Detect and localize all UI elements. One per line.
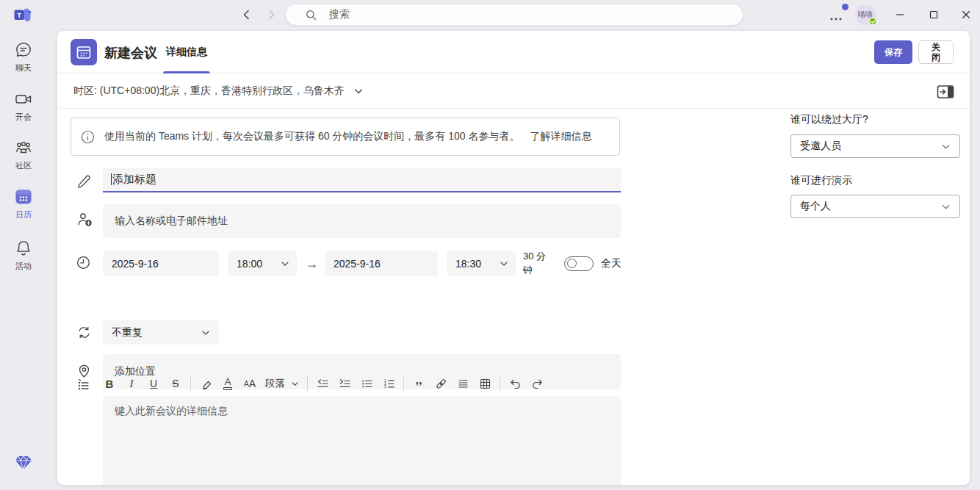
title-input[interactable]: 添加标题: [103, 167, 621, 192]
attendees-placeholder: 输入名称或电子邮件地址: [115, 215, 228, 228]
all-day-toggle[interactable]: [564, 256, 594, 271]
window-minimize-button[interactable]: [884, 0, 915, 29]
strikethrough-button[interactable]: S: [165, 373, 187, 394]
save-button[interactable]: 保存: [874, 40, 912, 64]
tab-details[interactable]: 详细信息: [163, 31, 210, 73]
search-placeholder: 搜索: [329, 8, 350, 21]
start-date-input[interactable]: 2025-9-16: [103, 251, 219, 276]
all-day-label: 全天: [601, 251, 621, 276]
attendees-input[interactable]: 输入名称或电子邮件地址: [103, 204, 621, 238]
chevron-down-icon: [281, 259, 289, 268]
search-input[interactable]: 搜索: [285, 4, 743, 26]
font-size-big-glyph: A: [249, 378, 256, 389]
lobby-bypass-select[interactable]: 受邀人员: [790, 134, 960, 158]
pencil-icon: [76, 174, 92, 190]
end-time-select[interactable]: 18:30: [447, 251, 516, 276]
info-banner-text: 使用当前的 Teams 计划，每次会议最多可获得 60 分钟的会议时间，最多有 …: [104, 130, 520, 143]
dialog-header: 新建会议 详细信息 保存 关闭: [57, 31, 970, 73]
sidebar-label: 社区: [15, 160, 32, 171]
timezone-label: 时区: (UTC+08:00)北京，重庆，香港特别行政区，乌鲁木齐: [73, 84, 345, 98]
paragraph-label: 段落: [265, 377, 285, 390]
toolbar-divider: [500, 376, 500, 391]
sidebar-item-chat[interactable]: 聊天: [0, 40, 47, 73]
window-maximize-button[interactable]: [918, 0, 949, 29]
toolbar-divider: [403, 376, 404, 391]
end-date-input[interactable]: 2025-9-16: [325, 251, 438, 276]
learn-more-link[interactable]: 了解详细信息: [530, 130, 592, 143]
chevron-down-icon: [941, 142, 951, 151]
font-color-button[interactable]: A: [217, 373, 239, 394]
horizontal-lines-button[interactable]: [452, 373, 474, 394]
insert-link-button[interactable]: [430, 373, 452, 394]
end-time-value: 18:30: [455, 258, 481, 270]
sidebar-item-meet[interactable]: 开会: [0, 90, 47, 123]
chevron-down-icon: [201, 328, 210, 337]
paragraph-style-select[interactable]: 段落: [261, 373, 303, 394]
insert-table-button[interactable]: [474, 373, 496, 394]
text-caret: [111, 173, 112, 185]
close-button[interactable]: 关闭: [918, 40, 954, 64]
highlight-button[interactable]: [195, 373, 217, 394]
svg-text:3: 3: [384, 385, 386, 389]
sidebar-item-calendar[interactable]: 日历: [0, 187, 47, 220]
description-input[interactable]: 键入此新会议的详细信息: [103, 396, 621, 485]
premium-gem-icon[interactable]: [0, 455, 47, 470]
numbered-list-button[interactable]: 1 2 3: [378, 373, 400, 394]
window-close-button[interactable]: [951, 0, 980, 29]
collapse-panel-button[interactable]: [934, 82, 956, 101]
svg-text:T: T: [17, 11, 21, 19]
indent-button[interactable]: [334, 373, 356, 394]
info-banner: 使用当前的 Teams 计划，每次会议最多可获得 60 分钟的会议时间，最多有 …: [71, 118, 620, 156]
chevron-down-icon: [291, 380, 299, 388]
underline-button[interactable]: U: [143, 373, 165, 394]
duration-label: 30 分钟: [523, 250, 552, 278]
description-placeholder: 键入此新会议的详细信息: [115, 405, 228, 417]
titlebar: T 搜索 喵喵: [0, 0, 980, 29]
toolbar-divider: [307, 376, 308, 391]
italic-button[interactable]: I: [120, 373, 143, 394]
people-community-icon: [14, 138, 33, 157]
repeat-select[interactable]: 不重复: [103, 320, 219, 345]
presenter-value: 每个人: [800, 200, 831, 213]
chat-icon: [14, 40, 33, 60]
teams-logo-icon: T: [13, 6, 32, 24]
bullet-list-button[interactable]: [356, 373, 378, 394]
toggle-knob: [567, 259, 577, 268]
toolbar-divider: [190, 376, 191, 391]
presenter-select[interactable]: 每个人: [790, 195, 960, 218]
page-title: 新建会议: [104, 44, 157, 62]
start-time-select[interactable]: 18:00: [228, 251, 297, 276]
timezone-row[interactable]: 时区: (UTC+08:00)北京，重庆，香港特别行政区，乌鲁木齐: [57, 73, 970, 109]
sidebar-label: 日历: [15, 209, 32, 220]
forward-button[interactable]: [263, 7, 279, 23]
sidebar-item-activity[interactable]: 活动: [0, 239, 47, 272]
repeat-icon: [76, 325, 92, 340]
formatting-toolbar: B I U S A AA 段落 1: [98, 371, 548, 396]
agenda-icon: [76, 376, 91, 391]
font-size-small-glyph: A: [244, 380, 249, 388]
lobby-bypass-label: 谁可以绕过大厅?: [790, 113, 868, 126]
chevron-down-icon: [500, 259, 508, 268]
notification-dot: [842, 4, 849, 10]
clock-icon: [76, 256, 90, 270]
quote-button[interactable]: ”: [408, 373, 430, 394]
back-button[interactable]: [239, 7, 255, 23]
start-time-value: 18:00: [237, 258, 262, 270]
sidebar-label: 聊天: [15, 62, 32, 73]
redo-button[interactable]: [526, 373, 548, 394]
outdent-button[interactable]: [311, 373, 334, 394]
font-color-bar: [223, 387, 232, 390]
tab-details-label: 详细信息: [166, 46, 207, 59]
chevron-down-icon: [941, 202, 951, 212]
font-color-glyph: A: [225, 377, 231, 386]
bell-icon: [14, 239, 33, 258]
font-size-button[interactable]: AA: [239, 373, 261, 394]
lobby-bypass-value: 受邀人员: [800, 140, 841, 153]
person-add-icon: [76, 211, 93, 228]
presenter-label: 谁可进行演示: [790, 174, 852, 187]
sidebar-item-community[interactable]: 社区: [0, 138, 47, 171]
info-icon: [81, 130, 95, 144]
calendar-icon: [14, 187, 33, 206]
bold-button[interactable]: B: [98, 373, 120, 394]
undo-button[interactable]: [504, 373, 526, 394]
